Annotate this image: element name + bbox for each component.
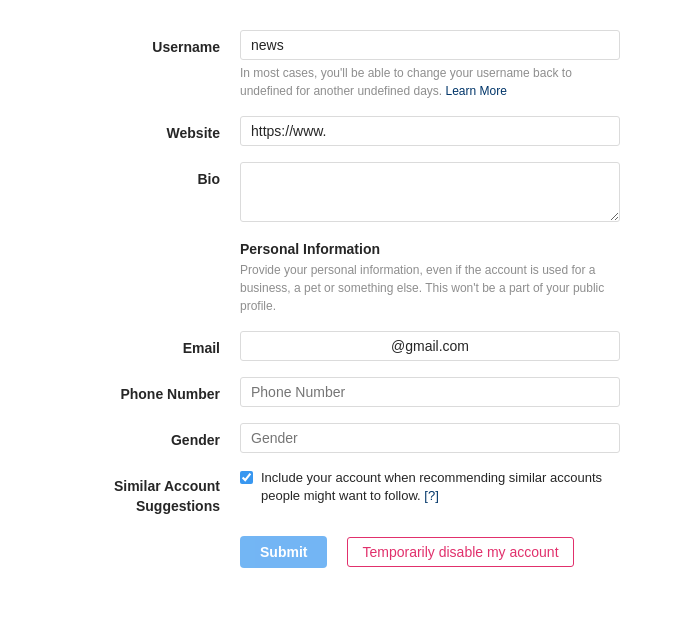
username-row: Username In most cases, you'll be able t…: [80, 30, 620, 100]
email-field: [240, 331, 620, 361]
username-field: In most cases, you'll be able to change …: [240, 30, 620, 100]
gender-field: [240, 423, 620, 453]
phone-row: Phone Number: [80, 377, 620, 407]
email-label: Email: [80, 331, 240, 359]
gender-label: Gender: [80, 423, 240, 451]
username-input[interactable]: [240, 30, 620, 60]
similar-suggestions-row: Similar Account Suggestions Include your…: [80, 469, 620, 516]
gender-input[interactable]: [240, 423, 620, 453]
website-row: Website: [80, 116, 620, 146]
similar-checkbox[interactable]: [240, 471, 253, 484]
similar-checkbox-row: Include your account when recommending s…: [240, 469, 620, 505]
phone-label: Phone Number: [80, 377, 240, 405]
gender-row: Gender: [80, 423, 620, 453]
personal-info-section: Personal Information Provide your person…: [240, 241, 620, 315]
section-header: Personal Information Provide your person…: [240, 241, 620, 315]
similar-checkbox-label: Include your account when recommending s…: [261, 469, 620, 505]
username-label: Username: [80, 30, 240, 58]
bio-field: [240, 162, 620, 225]
phone-input[interactable]: [240, 377, 620, 407]
disable-account-link[interactable]: Temporarily disable my account: [347, 537, 573, 567]
email-row: Email: [80, 331, 620, 361]
website-field: [240, 116, 620, 146]
phone-field: [240, 377, 620, 407]
personal-info-desc: Provide your personal information, even …: [240, 261, 620, 315]
similar-field: Include your account when recommending s…: [240, 469, 620, 505]
actions-row: Submit Temporarily disable my account: [240, 536, 620, 568]
submit-button[interactable]: Submit: [240, 536, 327, 568]
bio-label: Bio: [80, 162, 240, 190]
username-hint: In most cases, you'll be able to change …: [240, 64, 620, 100]
bio-textarea[interactable]: [240, 162, 620, 222]
similar-info-link[interactable]: [?]: [424, 488, 438, 503]
website-label: Website: [80, 116, 240, 144]
similar-label: Similar Account Suggestions: [80, 469, 240, 516]
email-input[interactable]: [240, 331, 620, 361]
learn-more-link[interactable]: Learn More: [446, 84, 507, 98]
website-input[interactable]: [240, 116, 620, 146]
bio-row: Bio: [80, 162, 620, 225]
personal-info-title: Personal Information: [240, 241, 620, 257]
